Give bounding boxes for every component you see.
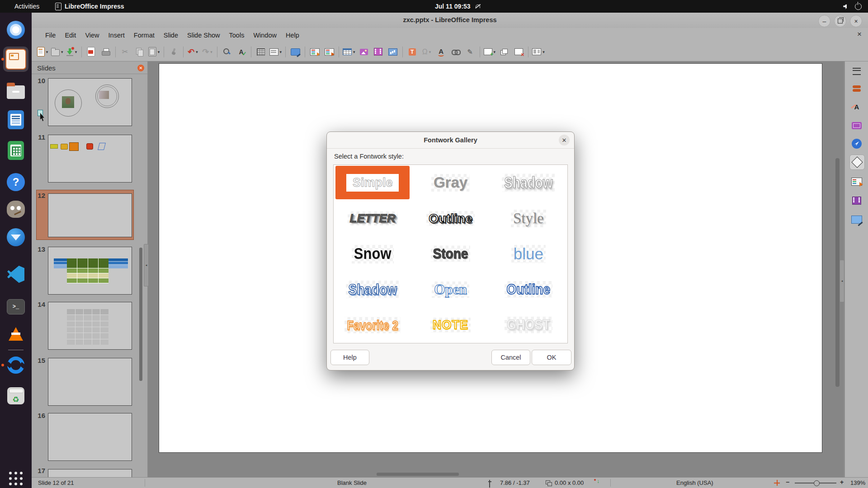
sidebar-gallery-button[interactable] [849, 118, 864, 133]
sidebar-navigator-button[interactable] [849, 136, 864, 151]
fontwork-style-snow[interactable]: Snow [334, 236, 411, 272]
duplicate-slide-button[interactable] [497, 45, 511, 59]
dock-show-apps[interactable] [5, 468, 26, 488]
print-button[interactable] [99, 45, 113, 59]
dock-terminal[interactable]: >_ [5, 296, 26, 317]
slide-thumbnail-14[interactable] [48, 302, 132, 350]
fontwork-style-blue[interactable]: blue [490, 236, 567, 272]
slide-thumbnail-11[interactable] [48, 135, 132, 183]
cut-button[interactable]: ✂ [118, 45, 132, 59]
start-current-slide-button[interactable] [322, 45, 336, 59]
copy-button[interactable] [132, 45, 147, 59]
ok-button[interactable]: OK [532, 350, 571, 365]
insert-textbox-button[interactable]: T [405, 45, 420, 59]
sidebar-animation-button[interactable] [849, 193, 864, 208]
fontwork-style-note[interactable]: NOTE [411, 307, 489, 343]
dock-trash[interactable]: ♻ [5, 385, 26, 406]
dock-gimp[interactable] [5, 199, 26, 220]
insert-image-button[interactable] [357, 45, 371, 59]
fontwork-style-stone[interactable]: Stone [411, 236, 489, 272]
dock-vscode[interactable] [5, 264, 26, 285]
clone-formatting-button[interactable] [166, 45, 181, 59]
activities-button[interactable]: Activities [14, 3, 39, 10]
sidebar-master-button[interactable] [849, 212, 864, 227]
slide-thumbnail-17[interactable] [48, 469, 132, 477]
zoom-in-button[interactable]: + [840, 479, 844, 486]
special-character-button[interactable]: Ω▾ [420, 45, 434, 59]
fontwork-style-shadow-blue[interactable]: Shadow [334, 272, 411, 307]
dock-writer[interactable] [5, 109, 26, 130]
display-grid-button[interactable] [254, 45, 268, 59]
fontwork-style-style[interactable]: Style [490, 201, 567, 236]
slide-thumbnail-10[interactable] [48, 78, 132, 126]
slide-thumbnail-13[interactable] [48, 247, 132, 295]
menu-slide-show[interactable]: Slide Show [183, 30, 225, 41]
dialog-close-icon[interactable]: ✕ [559, 135, 570, 145]
fontwork-style-outline[interactable]: Outline [411, 201, 489, 236]
window-titlebar[interactable]: zxc.pptx - LibreOffice Impress [32, 13, 868, 28]
help-button[interactable]: Help [330, 350, 369, 365]
start-first-slide-button[interactable] [307, 45, 322, 59]
sidebar-shapes-button[interactable] [849, 155, 865, 170]
menu-insert[interactable]: Insert [104, 30, 129, 41]
language-selector[interactable]: English (USA) [676, 479, 713, 486]
horizontal-scrollbar[interactable] [377, 473, 459, 476]
dock-files[interactable] [5, 80, 26, 101]
slide-thumbnail-15[interactable] [48, 358, 132, 406]
menu-edit[interactable]: Edit [60, 30, 80, 41]
spelling-button[interactable]: A✓ [234, 45, 249, 59]
slide-layout-button[interactable]: ▾ [531, 45, 546, 59]
dock-chromium[interactable] [5, 19, 26, 40]
dock-impress[interactable] [5, 49, 26, 70]
fontwork-style-outline-blue[interactable]: Outline [490, 272, 567, 307]
master-slide-button[interactable] [288, 45, 302, 59]
slides-panel-collapse-handle[interactable]: ◂ [144, 244, 149, 286]
export-pdf-button[interactable] [84, 45, 99, 59]
cancel-button[interactable]: Cancel [491, 350, 530, 365]
menu-format[interactable]: Format [129, 30, 159, 41]
fontwork-style-simple-selected[interactable]: Simple [334, 165, 411, 201]
fontwork-button[interactable]: A [434, 45, 448, 59]
system-tray[interactable]: ) [843, 3, 862, 10]
slide-thumbnail-12-selected[interactable] [48, 193, 132, 237]
find-replace-button[interactable] [220, 45, 234, 59]
sidebar-character-button[interactable]: A [849, 99, 864, 114]
focused-app-menu[interactable]: LibreOffice Impress [55, 3, 124, 10]
dock-help[interactable]: ? [5, 172, 26, 192]
dock-calc[interactable] [5, 140, 26, 161]
menu-view[interactable]: View [80, 30, 104, 41]
draw-functions-button[interactable]: ✎ [463, 45, 477, 59]
zoom-out-button[interactable]: − [786, 479, 789, 486]
new-slide-button[interactable]: ▾ [482, 45, 497, 59]
slides-panel-close-icon[interactable]: ✕ [137, 65, 144, 71]
insert-table-button[interactable]: ▾ [341, 45, 357, 59]
restore-button[interactable] [834, 15, 846, 27]
menu-help[interactable]: Help [281, 30, 304, 41]
zoom-slider[interactable] [795, 483, 836, 483]
sidebar-settings-button[interactable] [849, 64, 864, 79]
zoom-value-label[interactable]: 139% [850, 479, 865, 486]
dock-thunderbird[interactable] [5, 227, 26, 248]
clock-menu[interactable]: Jul 11 09:53 [435, 3, 480, 10]
insert-media-button[interactable] [371, 45, 386, 59]
close-button[interactable]: × [850, 15, 862, 27]
menu-window[interactable]: Window [249, 30, 281, 41]
paste-button[interactable]: ▾ [147, 45, 161, 59]
hyperlink-button[interactable] [448, 45, 463, 59]
fontwork-style-gray[interactable]: Gray [411, 165, 489, 201]
fontwork-style-open[interactable]: Open [411, 272, 489, 307]
vertical-scrollbar[interactable] [835, 158, 840, 387]
fontwork-style-favorite-2[interactable]: Favorite 2 [334, 307, 411, 343]
undo-button[interactable]: ↶▾ [186, 45, 200, 59]
save-button[interactable]: ▾ [65, 45, 79, 59]
fontwork-style-ghost[interactable]: GHOST [490, 307, 567, 343]
sidebar-collapse-handle[interactable]: ◂ [840, 260, 844, 302]
new-button[interactable]: ▾ [35, 45, 50, 59]
insert-chart-button[interactable] [386, 45, 400, 59]
snap-guides-button[interactable]: ▾ [268, 45, 283, 59]
sidebar-transition-button[interactable] [849, 174, 864, 189]
close-document-icon[interactable]: × [857, 30, 862, 39]
minimize-button[interactable]: – [818, 15, 830, 27]
slides-panel-scrollbar[interactable] [139, 248, 142, 381]
fontwork-style-shadow[interactable]: Shadow [490, 165, 567, 201]
